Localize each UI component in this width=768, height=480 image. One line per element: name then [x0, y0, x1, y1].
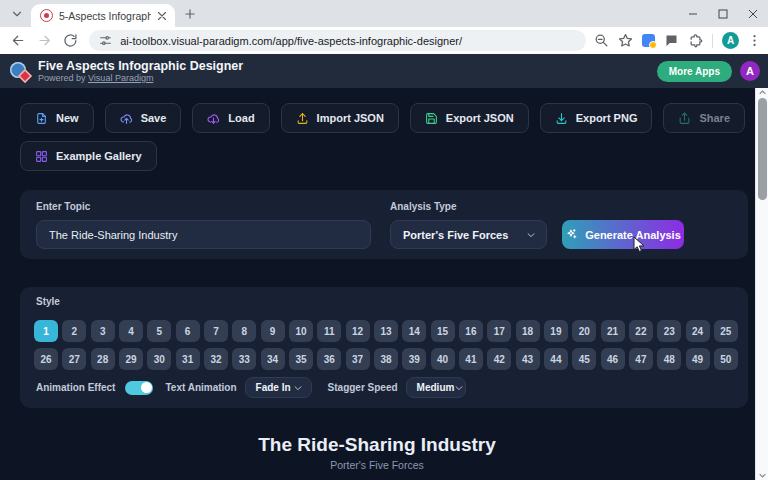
tab-search-button[interactable]	[10, 7, 24, 21]
style-option-36[interactable]: 36	[317, 348, 341, 370]
style-option-31[interactable]: 31	[176, 348, 200, 370]
style-option-44[interactable]: 44	[544, 348, 568, 370]
page-scrollbar[interactable]	[755, 88, 768, 480]
style-option-41[interactable]: 41	[459, 348, 483, 370]
action-toolbar-row2: Example Gallery	[20, 141, 157, 171]
window-close-button[interactable]	[738, 0, 768, 27]
style-option-23[interactable]: 23	[657, 320, 681, 342]
style-option-48[interactable]: 48	[657, 348, 681, 370]
style-option-32[interactable]: 32	[204, 348, 228, 370]
browser-profile-avatar[interactable]: A	[722, 32, 739, 49]
button-label: Share	[699, 112, 730, 124]
style-option-5[interactable]: 5	[147, 320, 171, 342]
style-option-2[interactable]: 2	[62, 320, 86, 342]
topic-input[interactable]	[36, 220, 371, 249]
text-animation-label: Text Animation	[165, 382, 236, 393]
window-controls	[678, 0, 768, 27]
menu-dots-icon[interactable]	[747, 33, 762, 48]
site-settings-icon[interactable]	[99, 34, 112, 47]
tab-close-icon[interactable]	[155, 9, 169, 23]
style-option-34[interactable]: 34	[261, 348, 285, 370]
share-button[interactable]: Share	[663, 103, 745, 133]
back-icon[interactable]	[11, 33, 26, 48]
style-option-3[interactable]: 3	[91, 320, 115, 342]
scrollbar-thumb[interactable]	[758, 98, 767, 200]
style-option-46[interactable]: 46	[601, 348, 625, 370]
forward-icon[interactable]	[37, 33, 52, 48]
style-option-6[interactable]: 6	[176, 320, 200, 342]
style-option-40[interactable]: 40	[431, 348, 455, 370]
side-panel-icon[interactable]	[664, 33, 679, 48]
generate-analysis-button[interactable]: Generate Analysis	[562, 220, 684, 249]
export-json-button[interactable]: Export JSON	[410, 103, 529, 133]
style-option-12[interactable]: 12	[346, 320, 370, 342]
style-option-16[interactable]: 16	[459, 320, 483, 342]
toolbar-divider	[712, 34, 713, 48]
style-option-35[interactable]: 35	[289, 348, 313, 370]
style-option-49[interactable]: 49	[686, 348, 710, 370]
style-option-28[interactable]: 28	[91, 348, 115, 370]
user-avatar[interactable]: A	[740, 61, 760, 81]
text-animation-select[interactable]: Fade In	[245, 377, 312, 398]
scrollbar-up-icon[interactable]	[756, 88, 768, 97]
reload-icon[interactable]	[63, 33, 78, 48]
style-option-4[interactable]: 4	[119, 320, 143, 342]
style-option-7[interactable]: 7	[204, 320, 228, 342]
analysis-type-select[interactable]: Porter's Five Forces	[390, 220, 547, 249]
style-option-30[interactable]: 30	[147, 348, 171, 370]
new-tab-button[interactable]	[183, 7, 197, 21]
analysis-type-label: Analysis Type	[390, 201, 457, 212]
url-text: ai-toolbox.visual-paradigm.com/app/five-…	[120, 35, 462, 47]
window-maximize-button[interactable]	[708, 0, 738, 27]
example-gallery-button[interactable]: Example Gallery	[20, 141, 157, 171]
import-json-button[interactable]: Import JSON	[281, 103, 399, 133]
style-option-45[interactable]: 45	[572, 348, 596, 370]
style-option-24[interactable]: 24	[686, 320, 710, 342]
visual-paradigm-link[interactable]: Visual Paradigm	[88, 73, 153, 83]
style-option-14[interactable]: 14	[402, 320, 426, 342]
chevron-down-icon	[293, 383, 303, 393]
style-option-26[interactable]: 26	[34, 348, 58, 370]
style-option-20[interactable]: 20	[572, 320, 596, 342]
new-button[interactable]: New	[20, 103, 94, 133]
style-option-37[interactable]: 37	[346, 348, 370, 370]
style-option-13[interactable]: 13	[374, 320, 398, 342]
style-option-15[interactable]: 15	[431, 320, 455, 342]
style-option-38[interactable]: 38	[374, 348, 398, 370]
style-option-29[interactable]: 29	[119, 348, 143, 370]
style-option-25[interactable]: 25	[714, 320, 738, 342]
chevron-down-icon	[454, 383, 464, 393]
browser-tab[interactable]: 5-Aspects Infographic Designer	[31, 4, 175, 27]
style-option-8[interactable]: 8	[232, 320, 256, 342]
style-option-9[interactable]: 9	[261, 320, 285, 342]
load-button[interactable]: Load	[192, 103, 269, 133]
style-option-18[interactable]: 18	[516, 320, 540, 342]
style-option-39[interactable]: 39	[402, 348, 426, 370]
animation-effect-toggle[interactable]	[125, 381, 153, 395]
extensions-puzzle-icon[interactable]	[688, 33, 703, 48]
scrollbar-down-icon[interactable]	[756, 471, 768, 480]
bookmark-star-icon[interactable]	[618, 33, 633, 48]
style-option-42[interactable]: 42	[487, 348, 511, 370]
style-option-50[interactable]: 50	[714, 348, 738, 370]
extension-shortcut-icon[interactable]	[642, 34, 655, 47]
style-option-11[interactable]: 11	[317, 320, 341, 342]
stagger-speed-select[interactable]: Medium	[406, 377, 466, 398]
style-option-1[interactable]: 1	[34, 320, 58, 342]
zoom-icon[interactable]	[594, 33, 609, 48]
style-option-21[interactable]: 21	[601, 320, 625, 342]
style-option-10[interactable]: 10	[289, 320, 313, 342]
preview-title: The Ride-Sharing Industry	[0, 434, 754, 456]
style-option-19[interactable]: 19	[544, 320, 568, 342]
style-option-33[interactable]: 33	[232, 348, 256, 370]
style-option-22[interactable]: 22	[629, 320, 653, 342]
style-option-27[interactable]: 27	[62, 348, 86, 370]
style-option-17[interactable]: 17	[487, 320, 511, 342]
save-button[interactable]: Save	[105, 103, 182, 133]
style-option-43[interactable]: 43	[516, 348, 540, 370]
window-minimize-button[interactable]	[678, 0, 708, 27]
export-png-button[interactable]: Export PNG	[540, 103, 653, 133]
more-apps-button[interactable]: More Apps	[657, 61, 732, 82]
style-option-47[interactable]: 47	[629, 348, 653, 370]
url-bar[interactable]: ai-toolbox.visual-paradigm.com/app/five-…	[89, 30, 586, 51]
